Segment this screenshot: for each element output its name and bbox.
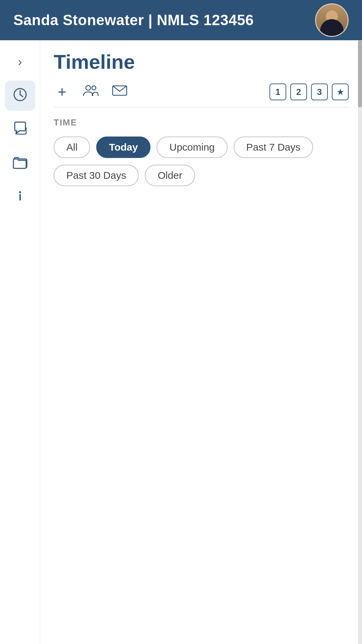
email-button[interactable] — [111, 84, 128, 100]
clock-icon — [13, 87, 27, 104]
sidebar-item-info[interactable] — [5, 181, 35, 211]
page-title: Timeline — [54, 50, 349, 73]
star-button[interactable]: ★ — [332, 84, 349, 100]
svg-line-2 — [20, 95, 23, 97]
people-icon — [83, 85, 99, 100]
main-content: Timeline + — [40, 40, 362, 644]
badge-1-button[interactable]: 1 — [269, 84, 286, 100]
svg-point-6 — [92, 86, 96, 90]
app-header: Sanda Stonewater | NMLS 123456 — [0, 0, 362, 40]
filter-chip-all[interactable]: All — [54, 137, 90, 158]
group-button[interactable] — [82, 84, 99, 100]
add-button[interactable]: + — [54, 84, 70, 100]
svg-point-5 — [86, 86, 90, 90]
sidebar: › — [0, 40, 40, 644]
filter-row-2: Past 30 Days Older — [54, 165, 349, 186]
sidebar-item-expand[interactable]: › — [5, 47, 35, 77]
star-icon: ★ — [337, 87, 344, 97]
svg-point-4 — [19, 191, 21, 193]
badge-2-label: 2 — [296, 87, 301, 97]
filter-row-1: All Today Upcoming Past 7 Days — [54, 137, 349, 158]
filter-chip-past30[interactable]: Past 30 Days — [54, 165, 139, 186]
folder-icon — [13, 154, 27, 171]
badge-1-label: 1 — [276, 87, 280, 97]
sidebar-item-messages[interactable] — [5, 114, 35, 144]
sidebar-item-folders[interactable] — [5, 148, 35, 178]
email-icon — [112, 85, 127, 100]
badge-3-label: 3 — [317, 87, 322, 97]
add-icon: + — [58, 84, 66, 100]
filter-label: TIME — [54, 117, 349, 128]
avatar[interactable] — [315, 3, 349, 37]
avatar-image — [316, 4, 348, 36]
header-title: Sanda Stonewater | NMLS 123456 — [13, 12, 254, 29]
sidebar-item-timeline[interactable] — [5, 80, 35, 111]
toolbar-right: 1 2 3 ★ — [269, 84, 349, 100]
chat-icon — [13, 121, 27, 138]
badge-2-button[interactable]: 2 — [290, 84, 307, 100]
scrollbar-thumb[interactable] — [358, 40, 362, 107]
filter-chip-upcoming[interactable]: Upcoming — [157, 137, 227, 158]
info-icon — [13, 188, 27, 205]
badge-3-button[interactable]: 3 — [311, 84, 328, 100]
filter-chip-past7[interactable]: Past 7 Days — [234, 137, 313, 158]
filter-chip-today[interactable]: Today — [96, 137, 150, 158]
expand-icon: › — [18, 56, 22, 68]
body-layout: › — [0, 40, 362, 644]
filter-chip-older[interactable]: Older — [145, 165, 195, 186]
filter-section: TIME All Today Upcoming Past 7 Days Past… — [54, 117, 349, 186]
toolbar-left: + — [54, 84, 128, 100]
toolbar: + — [54, 84, 349, 107]
scrollbar-track[interactable] — [358, 40, 362, 644]
